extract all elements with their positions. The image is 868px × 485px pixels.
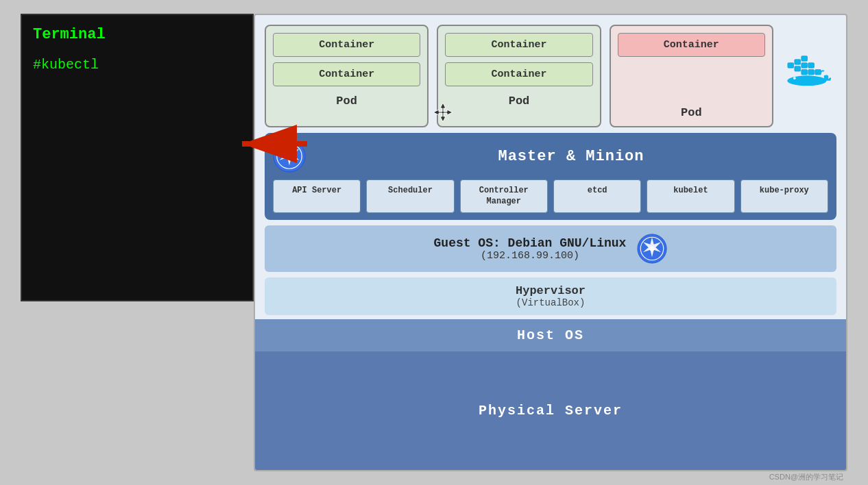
guest-os-title: Guest OS: Debian GNU/Linux xyxy=(434,236,627,250)
pod-1-label: Pod xyxy=(336,95,357,108)
pod-3: Container Pod xyxy=(610,25,773,127)
svg-point-11 xyxy=(787,75,826,86)
master-title: Master & Minion xyxy=(314,148,828,165)
container-3-1: Container xyxy=(618,33,765,57)
container-1-1: Container xyxy=(273,33,420,57)
svg-rect-7 xyxy=(801,70,808,75)
physical-server-section: Physical Server xyxy=(255,351,846,470)
svg-rect-5 xyxy=(801,56,808,61)
kubelet-box: kubelet xyxy=(647,179,734,213)
terminal-panel: Terminal #kubectl xyxy=(21,14,254,301)
container-1-2: Container xyxy=(273,62,420,86)
terminal-title: Terminal xyxy=(33,26,241,43)
host-os-section: Host OS xyxy=(255,319,846,351)
master-header: Master & Minion xyxy=(273,140,828,173)
hypervisor-subtitle: (VirtualBox) xyxy=(276,297,825,308)
svg-point-12 xyxy=(793,77,796,79)
svg-rect-2 xyxy=(788,63,794,68)
etcd-box: etcd xyxy=(553,179,641,213)
svg-rect-9 xyxy=(808,70,815,75)
pod-2: Container Container Pod xyxy=(437,25,601,127)
svg-point-20 xyxy=(650,247,655,251)
container-2-2: Container xyxy=(445,62,592,86)
pod-3-label: Pod xyxy=(681,106,702,119)
container-2-1: Container xyxy=(445,33,592,57)
svg-rect-6 xyxy=(801,63,808,68)
svg-rect-4 xyxy=(795,66,801,71)
terminal-command: #kubectl xyxy=(33,57,241,73)
kube-proxy-box: kube-proxy xyxy=(740,179,828,213)
docker-logo-icon xyxy=(782,50,836,88)
svg-rect-3 xyxy=(795,60,801,64)
hypervisor-section: Hypervisor (VirtualBox) xyxy=(265,277,836,315)
components-row: API Server Scheduler ControllerManager e… xyxy=(273,179,828,213)
scheduler-box: Scheduler xyxy=(366,179,454,213)
host-os-label: Host OS xyxy=(266,327,835,343)
master-section: Master & Minion API Server Scheduler Con… xyxy=(265,133,836,220)
physical-server-label: Physical Server xyxy=(479,403,623,419)
api-server-box: API Server xyxy=(273,179,361,213)
controller-manager-box: ControllerManager xyxy=(460,179,548,213)
red-arrow xyxy=(232,123,314,168)
k8s-small-logo-icon xyxy=(637,234,667,264)
cursor-icon xyxy=(432,101,454,132)
watermark: CSDN@洲的学习笔记 xyxy=(769,472,843,482)
hypervisor-title: Hypervisor xyxy=(276,284,825,297)
diagram-area: Container Container Pod Container Contai… xyxy=(254,14,847,471)
docker-logo-area xyxy=(782,25,836,127)
svg-rect-8 xyxy=(808,63,815,68)
guest-os-ip: (192.168.99.100) xyxy=(434,250,627,262)
pod-2-label: Pod xyxy=(509,95,530,108)
guest-os-text: Guest OS: Debian GNU/Linux (192.168.99.1… xyxy=(434,236,627,262)
pod-1: Container Container Pod xyxy=(265,25,429,127)
pods-section: Container Container Pod Container Contai… xyxy=(255,15,846,127)
guest-os-section: Guest OS: Debian GNU/Linux (192.168.99.1… xyxy=(265,225,836,272)
svg-marker-21 xyxy=(433,103,453,122)
